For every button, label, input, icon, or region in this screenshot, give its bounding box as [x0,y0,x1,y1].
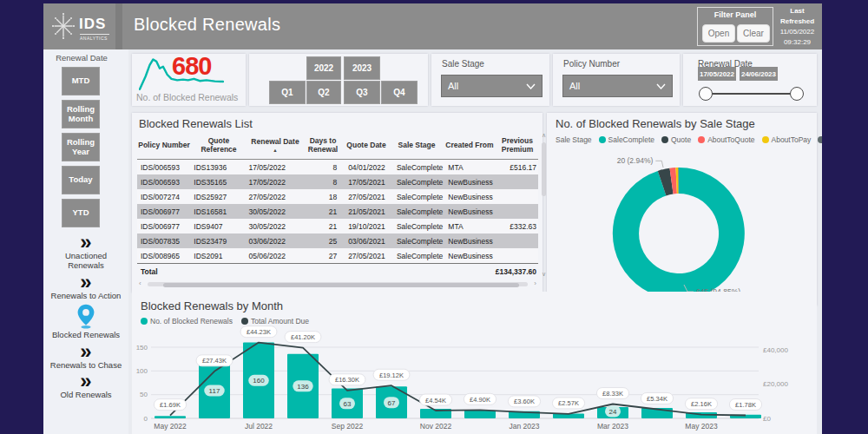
legend-item-abouttoquote[interactable]: AboutToQuote [698,135,754,144]
sale-stage-dropdown[interactable]: All [441,75,542,97]
year-button-2022[interactable]: 2022 [306,56,341,80]
y-axis-right-tick: £40,000 [763,346,788,354]
table-body: IDS/006593IDS1393617/05/2022804/01/2022S… [137,160,538,263]
scroll-left-icon[interactable]: ‹ [139,279,141,287]
double-chevron-icon: » [80,372,91,390]
date-slider-track [705,93,796,95]
sidebar-item-old-renewals[interactable]: »Old Renewals [46,372,126,399]
page-background: IDS ANALYTICS Blocked Renewals Filter Pa… [0,0,868,434]
sale-stage-donut-card: 645 (94.85%)20 (2.94%) No. of Blocked Re… [547,113,817,306]
renewal-date-start-input[interactable]: 17/05/2022 [698,67,736,81]
legend-item-quote[interactable]: Quote [661,135,691,144]
column-header-quote-date[interactable]: Quote Date [342,132,391,159]
column-header-policy-number[interactable]: Policy Number [137,132,191,159]
table-cell: IDS25927 [190,193,245,201]
table-cell: SaleComplete [393,178,444,187]
sidebar-date-button-rolling-month[interactable]: Rolling Month [62,100,100,128]
column-header-created-from[interactable]: Created From [443,132,496,159]
line-data-label: £4.54K [425,397,446,404]
table-cell: 17/05/2021 [345,178,393,187]
sidebar-date-button-today[interactable]: Today [62,166,100,194]
double-chevron-icon: » [80,343,91,360]
table-row[interactable]: IDS/008965IDS209105/06/20222727/05/2021S… [137,248,538,263]
sidebar-date-button-mtd[interactable]: MTD [62,67,100,95]
table-row[interactable]: IDS/007274IDS2592727/05/20221827/05/2021… [137,189,538,204]
sidebar-item-unactioned-renewals[interactable]: »Unactioned Renewals [46,233,126,271]
sidebar-item-label: Renewals to Action [46,291,126,300]
table-row[interactable]: IDS/006593IDS3516517/05/2022817/05/2021S… [137,174,538,189]
scroll-right-icon[interactable]: › [534,279,536,287]
policy-number-dropdown[interactable]: All [562,75,673,97]
x-axis-tick: Jan 2023 [510,422,540,431]
donut-data-label: 20 (2.94%) [617,156,654,165]
table-cell: IDS16581 [190,207,245,216]
column-header-quote-reference[interactable]: Quote Reference [191,132,247,159]
quarter-button-q2[interactable]: Q2 [306,81,341,104]
column-header-previous-premium[interactable]: Previous Premium [496,132,538,159]
renewal-date-end-input[interactable]: 24/06/2023 [740,67,778,81]
x-axis-tick: May 2022 [154,422,187,431]
legend-dot [818,136,822,143]
table-cell: 27/05/2021 [345,252,393,260]
line-data-label: £4.90K [470,396,490,404]
table-cell: 30/05/2022 [245,207,301,216]
table-cell: NewBusiness [444,207,497,216]
chevron-down-icon [526,83,536,89]
sort-ascending-icon: ▲ [273,148,277,153]
table-row[interactable]: IDS/006977IDS940730/05/20222119/10/2021S… [137,219,538,233]
sidebar-date-button-ytd[interactable]: YTD [62,199,100,227]
line-data-label: £2.16K [691,400,712,408]
table-cell: MTA [444,222,497,231]
date-slider-handle-end[interactable] [790,87,804,101]
bar-data-label: 136 [297,383,309,391]
date-slider-handle-start[interactable] [699,87,713,101]
horizontal-scrollbar[interactable]: ‹ › [137,281,538,288]
x-axis-tick: Jul 2022 [245,422,273,431]
line-data-label: £8.33K [602,390,623,398]
quarter-button-q4[interactable]: Q4 [381,81,418,104]
hscroll-thumb[interactable] [163,283,519,287]
filter-clear-button[interactable]: Clear [737,24,770,43]
column-header-sale-stage[interactable]: Sale Stage [391,132,443,159]
table-cell: IDS23479 [190,237,245,246]
filter-open-button[interactable]: Open [702,24,735,43]
quarter-button-q3[interactable]: Q3 [344,81,380,104]
line-data-label: £1.69K [160,401,181,409]
header-bar: IDS ANALYTICS Blocked Renewals Filter Pa… [43,3,822,49]
table-row[interactable]: IDS/006977IDS1658130/05/20222121/05/2021… [137,204,538,219]
sidebar-item-blocked-renewals[interactable]: Blocked Renewals [46,303,126,339]
period-slicer: 20222023Q1Q2Q3Q4 [249,54,428,106]
bar-data-label: 160 [253,377,265,385]
kpi-card: 680 No. of Blocked Renewals [132,54,246,106]
logo-subtitle: ANALYTICS [80,34,109,41]
line-data-label: £44.23K [247,328,271,336]
table-row[interactable]: IDS/007835IDS2347903/06/20222503/06/2021… [137,233,538,248]
table-row[interactable]: IDS/006593IDS1393617/05/2022804/01/2022S… [137,160,538,174]
table-cell: IDS/006977 [137,207,190,216]
bar-dec-2022[interactable] [464,411,496,418]
vscroll-thumb[interactable] [542,142,546,196]
hscroll-track[interactable] [148,282,528,286]
bar-may-2022[interactable] [155,416,186,418]
table-cell: IDS/006593 [137,178,190,187]
legend-item-abouttopay[interactable]: AboutToPay [762,135,812,144]
sidebar-item-renewals-to-action[interactable]: »Renewals to Action [46,273,126,300]
sidebar-item-renewals-to-chase[interactable]: »Renewals to Chase [46,343,126,370]
renewal-date-slicer: Renewal Date 17/05/2022 24/06/2023 [683,54,817,106]
sidebar-date-button-rolling-year[interactable]: Rolling Year [62,133,100,161]
legend-item-referred[interactable]: Referred [818,135,822,144]
line-data-label: £19.12K [379,372,404,379]
last-refreshed-time: 09:32:29 [773,37,822,48]
sale-stage-value: All [448,81,458,91]
quarter-button-q1[interactable]: Q1 [269,81,306,104]
table-cell: IDS/008965 [137,252,190,260]
legend-item-salecomplete[interactable]: SaleComplete [599,135,654,144]
table-cell: 8 [301,163,345,172]
year-button-2023[interactable]: 2023 [344,56,380,80]
column-header-days-to-renewal[interactable]: Days to Renewal [304,132,342,159]
renewal-date-section-label: Renewal Date [43,53,120,62]
column-header-renewal-date[interactable]: Renewal Date▲ [247,132,304,159]
table-cell: IDS9407 [190,222,245,231]
double-chevron-icon: » [80,233,91,251]
table-cell: 04/01/2022 [345,163,393,172]
